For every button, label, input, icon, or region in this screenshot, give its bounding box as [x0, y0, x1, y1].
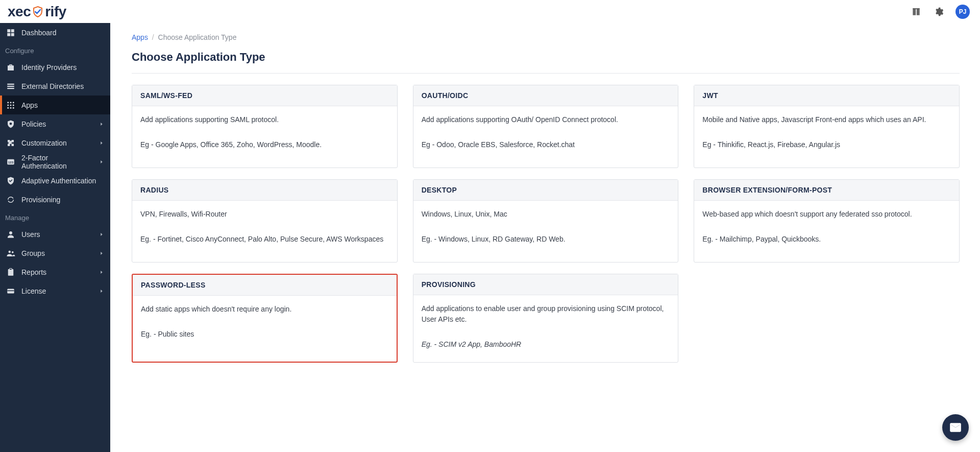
app-type-grid: SAML/WS-FEDAdd applications supporting S… [132, 85, 960, 363]
svg-rect-6 [7, 88, 14, 89]
chevron-right-icon [99, 289, 104, 294]
sidebar-item-external-directories[interactable]: External Directories [0, 77, 110, 96]
card-header: JWT [694, 85, 959, 106]
svg-rect-2 [7, 33, 10, 36]
chat-button[interactable] [942, 414, 969, 441]
card-header: DESKTOP [413, 180, 678, 201]
breadcrumb-current: Choose Application Type [158, 33, 237, 41]
briefcase-icon [6, 63, 15, 72]
svg-point-19 [9, 231, 12, 234]
app-type-card-radius[interactable]: RADIUSVPN, Firewalls, Wifi-RouterEg. - F… [132, 179, 398, 263]
logo-text-suffix: rify [45, 4, 66, 20]
svg-point-14 [10, 107, 12, 108]
svg-point-16 [10, 123, 12, 125]
breadcrumb: Apps / Choose Application Type [132, 33, 960, 41]
card-description: Web-based app which doesn't support any … [702, 209, 951, 220]
svg-rect-1 [11, 29, 14, 32]
app-type-card-oauth-oidc[interactable]: OAUTH/OIDCAdd applications supporting OA… [413, 85, 679, 168]
mail-icon [949, 421, 962, 434]
sidebar-item-label: Identity Providers [21, 63, 77, 72]
card-body: VPN, Firewalls, Wifi-RouterEg. - Fortine… [132, 201, 397, 262]
svg-rect-4 [7, 83, 14, 84]
chevron-right-icon [99, 122, 104, 127]
sidebar-item-adaptive-authentication[interactable]: Adaptive Authentication [0, 171, 110, 190]
chevron-right-icon [99, 251, 104, 256]
sidebar-item-2-factor-authentication[interactable]: 1232-Factor Authentication [0, 152, 110, 171]
sidebar-item-label: 2-Factor Authentication [21, 154, 93, 170]
svg-point-12 [13, 104, 14, 106]
logo-text-prefix: xec [8, 4, 31, 20]
card-example: Eg. - Public sites [141, 329, 388, 340]
card-example: Eg - Thinkific, React.js, Firebase, Angu… [702, 139, 951, 150]
svg-rect-25 [7, 290, 14, 291]
card-example: Eg. - Fortinet, Cisco AnyConnect, Palo A… [140, 234, 389, 245]
sidebar-item-users[interactable]: Users [0, 225, 110, 244]
shield-check-icon [6, 176, 15, 185]
app-type-card-browser-extension-form-post[interactable]: BROWSER EXTENSION/FORM-POSTWeb-based app… [694, 179, 960, 263]
sidebar-item-provisioning[interactable]: Provisioning [0, 190, 110, 209]
svg-point-9 [13, 102, 14, 103]
avatar-initials: PJ [959, 8, 967, 15]
card-body: Add applications to enable user and grou… [413, 295, 678, 362]
shield-gear-icon [6, 120, 15, 129]
settings-icon[interactable] [933, 6, 944, 17]
sidebar-item-reports[interactable]: Reports [0, 263, 110, 281]
card-description: Mobile and Native apps, Javascript Front… [702, 114, 951, 125]
card-body: Add applications supporting OAuth/ OpenI… [413, 106, 678, 168]
card-description: Windows, Linux, Unix, Mac [422, 209, 670, 220]
divider [132, 73, 960, 74]
grid-icon [6, 101, 15, 110]
card-example: Eg - Google Apps, Office 365, Zoho, Word… [140, 139, 389, 150]
sidebar-item-groups[interactable]: Groups [0, 244, 110, 263]
sync-icon [6, 195, 15, 204]
chevron-right-icon [99, 140, 104, 146]
sidebar-item-label: Dashboard [21, 29, 57, 37]
logo[interactable]: xec rify [8, 4, 66, 20]
sidebar-item-dashboard[interactable]: Dashboard [0, 23, 110, 42]
card-body: Windows, Linux, Unix, MacEg. - Windows, … [413, 201, 678, 262]
card-body: Web-based app which doesn't support any … [694, 201, 959, 262]
topbar: xec rify PJ [0, 0, 980, 23]
2fa-icon: 123 [6, 157, 15, 166]
card-description: Add applications to enable user and grou… [422, 303, 670, 325]
card-header: OAUTH/OIDC [413, 85, 678, 106]
svg-point-8 [10, 102, 12, 103]
sidebar-section: Manage [0, 209, 110, 225]
card-body: Add applications supporting SAML protoco… [132, 106, 397, 168]
card-example: Eg. - Mailchimp, Paypal, Quickbooks. [702, 234, 951, 245]
sidebar-item-label: Adaptive Authentication [21, 177, 96, 185]
sidebar-item-label: Users [21, 230, 40, 239]
breadcrumb-parent-link[interactable]: Apps [132, 33, 148, 41]
page-title: Choose Application Type [132, 51, 960, 64]
card-example: Eg - Odoo, Oracle EBS, Salesforce, Rocke… [422, 139, 670, 150]
card-header: PASSWORD-LESS [133, 275, 397, 296]
card-description: Add applications supporting SAML protoco… [140, 114, 389, 125]
sidebar-item-label: License [21, 287, 46, 295]
app-type-card-password-less[interactable]: PASSWORD-LESSAdd static apps which doesn… [132, 274, 398, 363]
main-content: Apps / Choose Application Type Choose Ap… [110, 23, 980, 452]
sidebar-item-policies[interactable]: Policies [0, 114, 110, 133]
app-type-card-saml-ws-fed[interactable]: SAML/WS-FEDAdd applications supporting S… [132, 85, 398, 168]
avatar[interactable]: PJ [955, 5, 970, 19]
chevron-right-icon [99, 270, 104, 275]
app-type-card-provisioning[interactable]: PROVISIONINGAdd applications to enable u… [413, 274, 679, 363]
card-header: RADIUS [132, 180, 397, 201]
sidebar-item-apps[interactable]: Apps [0, 96, 110, 114]
card-icon [6, 287, 15, 296]
svg-point-10 [7, 104, 9, 106]
svg-point-11 [10, 104, 12, 106]
svg-text:123: 123 [8, 161, 14, 164]
sidebar-item-customization[interactable]: Customization [0, 133, 110, 152]
app-type-card-jwt[interactable]: JWTMobile and Native apps, Javascript Fr… [694, 85, 960, 168]
guide-icon[interactable] [911, 6, 922, 17]
sidebar-item-identity-providers[interactable]: Identity Providers [0, 58, 110, 77]
app-type-card-desktop[interactable]: DESKTOPWindows, Linux, Unix, MacEg. - Wi… [413, 179, 679, 263]
card-header: SAML/WS-FED [132, 85, 397, 106]
svg-point-20 [9, 250, 11, 253]
card-body: Add static apps which doesn't require an… [133, 296, 397, 357]
card-description: Add applications supporting OAuth/ OpenI… [422, 114, 670, 125]
list-icon [6, 82, 15, 91]
groups-icon [6, 249, 15, 258]
sidebar-item-label: Groups [21, 249, 45, 257]
sidebar-item-license[interactable]: License [0, 281, 110, 300]
